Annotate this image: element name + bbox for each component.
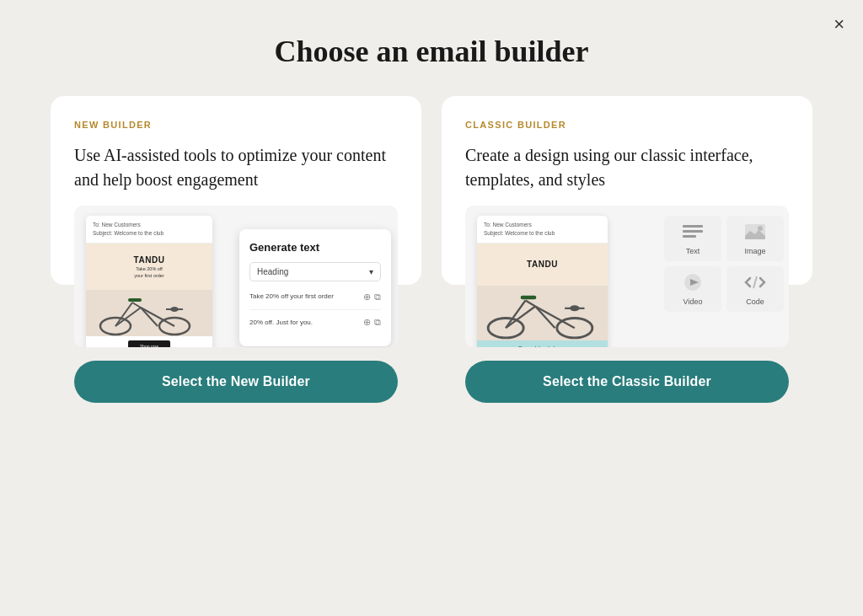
cards-container: NEW BUILDER Use AI-assisted tools to opt… [42,96,821,285]
drop-block: Drop block here [477,340,608,348]
classic-email-header: To: New Customers Subject: Welcome to th… [477,216,608,244]
svg-point-9 [170,307,179,312]
modal-container: × Choose an email builder NEW BUILDER Us… [0,0,863,616]
new-builder-email-mockup: To: New Customers Subject: Welcome to th… [86,216,212,347]
new-builder-description: Use AI-assisted tools to optimize your c… [74,143,398,192]
svg-line-4 [141,308,174,326]
video-widget: Video [664,266,721,312]
email-header: To: New Customers Subject: Welcome to th… [86,216,212,244]
gen-row-2: 20% off. Just for you. ⊕ ⧉ [249,317,381,335]
code-widget: Code [726,266,784,312]
svg-rect-17 [521,295,537,299]
image-widget-icon [743,222,767,244]
svg-line-12 [506,306,535,328]
new-builder-card: NEW BUILDER Use AI-assisted tools to opt… [51,96,421,285]
classic-builder-card: CLASSIC BUILDER Create a design using ou… [442,96,812,285]
classic-widgets: Text Image [664,216,784,312]
classic-builder-preview: To: New Customers Subject: Welcome to th… [465,206,789,347]
svg-rect-20 [683,225,703,228]
select-new-builder-button[interactable]: Select the New Builder [74,361,398,403]
modal-title: Choose an email builder [42,34,821,69]
text-widget-icon [681,222,705,244]
code-widget-icon [743,273,767,294]
svg-line-15 [526,300,536,306]
svg-line-2 [115,308,141,326]
new-builder-badge: NEW BUILDER [74,120,398,130]
svg-point-24 [758,226,763,231]
close-button[interactable]: × [834,15,844,34]
image-widget: Image [726,216,784,261]
svg-line-3 [141,308,158,326]
svg-point-19 [570,305,580,311]
svg-line-14 [535,306,575,328]
classic-builder-badge: CLASSIC BUILDER [465,120,789,130]
select-classic-builder-button[interactable]: Select the Classic Builder [465,361,789,403]
svg-rect-7 [128,298,142,302]
video-widget-icon [681,273,705,294]
svg-line-27 [753,276,757,288]
gen-row-1: Take 20% off your first order ⊕ ⧉ [249,292,381,310]
copy-icon-2: ⧉ [374,317,381,328]
classic-hero: TANDU [477,244,608,286]
email-cta: Shop now [128,340,170,348]
text-widget: Text [664,216,721,261]
email-bike-area [86,290,212,336]
chevron-down-icon: ▾ [369,267,373,276]
classic-email-mockup: To: New Customers Subject: Welcome to th… [477,216,608,347]
email-hero: TANDU Take 20% off your first order [86,244,212,290]
svg-rect-21 [683,230,703,233]
gen-dropdown[interactable]: Heading ▾ [249,262,381,281]
classic-builder-description: Create a design using our classic interf… [465,143,789,192]
new-builder-preview: To: New Customers Subject: Welcome to th… [74,206,398,347]
add-icon: ⊕ [363,292,371,303]
svg-rect-22 [683,235,696,238]
add-icon-2: ⊕ [363,317,371,328]
svg-line-5 [132,303,141,308]
classic-bike-area [477,286,608,340]
copy-icon: ⧉ [374,292,381,303]
generate-panel: Generate text Heading ▾ Take 20% off you… [239,229,391,346]
svg-line-13 [535,306,555,328]
